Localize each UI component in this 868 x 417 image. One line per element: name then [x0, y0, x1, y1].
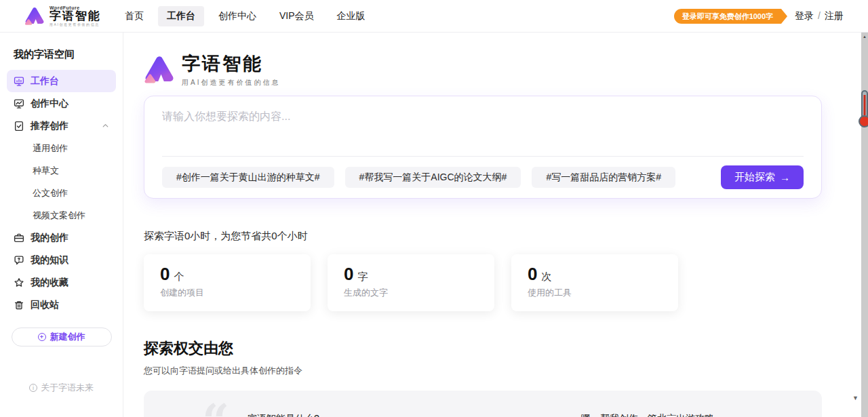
nav-item-home[interactable]: 首页: [116, 6, 153, 26]
hero-tagline: 用AI创造更有价值的信息: [182, 78, 280, 87]
sidebar-item-my-favorites[interactable]: 我的收藏: [7, 271, 116, 294]
brand-name: 字语智能: [50, 10, 101, 22]
stat-unit: 字: [357, 271, 368, 282]
sidebar-item-creation-center[interactable]: 创作中心: [7, 92, 116, 115]
about-link[interactable]: i 关于字语未来: [0, 382, 123, 394]
explore-section-subtitle: 您可以向字语提问或给出具体创作的指令: [144, 365, 863, 377]
stat-unit: 个: [174, 271, 184, 282]
sidebar-item-my-creations[interactable]: 我的创作: [7, 226, 116, 249]
sidebar-item-label: 创作中心: [31, 98, 68, 110]
sidebar-item-recycle-bin[interactable]: 回收站: [7, 294, 116, 316]
hero-logo: 字语智能 用AI创造更有价值的信息: [144, 52, 863, 87]
nav-item-vip[interactable]: VIP会员: [271, 6, 323, 26]
scroll-down-arrow-icon[interactable]: ▼: [852, 395, 859, 401]
sidebar-title: 我的字语空间: [14, 48, 123, 61]
hero-text: 字语智能 用AI创造更有价值的信息: [182, 52, 280, 87]
stat-card-words: 0字 生成的文字: [328, 254, 494, 311]
stat-card-projects: 0个 创建的项目: [144, 254, 311, 311]
page-scrollbar[interactable]: ▲: [861, 33, 868, 417]
stat-value: 0: [528, 264, 537, 284]
new-creation-label: 新建创作: [50, 331, 85, 343]
stat-value-line: 0字: [344, 264, 478, 285]
sidebar-subitem-general-creation[interactable]: 通用创作: [0, 137, 123, 159]
example-prompts-card: “ 字语智能是什么? 嘿，帮我创作一篇北京出游攻略: [144, 391, 822, 417]
stats-summary: 探索字语0小时，为您节省共0个小时: [144, 230, 863, 243]
start-explore-label: 开始探索: [734, 171, 775, 184]
scrollbar-thumb-thermometer-icon[interactable]: [858, 90, 868, 132]
stat-label: 生成的文字: [344, 287, 478, 299]
suggestion-tag-huangshan[interactable]: #创作一篇关于黄山出游的种草文#: [162, 167, 334, 188]
sidebar-item-label: 推荐创作: [31, 120, 68, 132]
navbar-right: 登录即可享免费创作1000字 登录 / 注册: [674, 9, 844, 24]
monitor-icon: [14, 76, 24, 87]
main-content: 字语智能 用AI创造更有价值的信息 #创作一篇关于黄山出游的种草文# #帮我写一…: [123, 33, 863, 417]
quote-mark-icon: “: [202, 400, 229, 417]
sidebar-item-label: 回收站: [31, 299, 59, 311]
new-creation-button[interactable]: + 新建创作: [12, 327, 112, 346]
nav-item-creation-center[interactable]: 创作中心: [210, 6, 265, 26]
suggestion-tag-aigc[interactable]: #帮我写一篇关于AIGC的论文大纲#: [345, 167, 521, 188]
login-promo-badge[interactable]: 登录即可享免费创作1000字: [674, 9, 781, 24]
sidebar-subitem-official-document[interactable]: 公文创作: [0, 182, 123, 204]
sidebar-subitem-video-copywriting[interactable]: 视频文案创作: [0, 204, 123, 226]
sidebar-item-workspace[interactable]: 工作台: [7, 70, 116, 92]
brand-text: WordFuture 字语智能 用AI创造更有价值的信息: [50, 5, 101, 26]
brand-tagline: 用AI创造更有价值的信息: [50, 23, 101, 26]
briefcase-icon: [14, 233, 24, 243]
trash-icon: [14, 300, 24, 311]
top-navbar: WordFuture 字语智能 用AI创造更有价值的信息 首页 工作台 创作中心…: [0, 0, 868, 33]
chevron-up-icon[interactable]: [102, 122, 109, 130]
search-input[interactable]: [162, 110, 804, 151]
sidebar-item-my-knowledge[interactable]: 我的知识: [7, 249, 116, 271]
nav-item-workspace[interactable]: 工作台: [158, 6, 204, 26]
suggestion-tag-dessert[interactable]: #写一篇甜品店的营销方案#: [532, 167, 675, 188]
main-nav: 首页 工作台 创作中心 VIP会员 企业版: [116, 6, 374, 26]
sidebar-item-label: 我的收藏: [31, 277, 68, 289]
plus-circle-icon: +: [38, 333, 46, 341]
stat-value: 0: [344, 264, 353, 284]
sidebar-subitem-seeding-article[interactable]: 种草文: [0, 159, 123, 182]
stat-label: 使用的工具: [528, 287, 662, 299]
register-link[interactable]: 注册: [825, 10, 844, 22]
stat-value: 0: [160, 264, 170, 284]
stat-value-line: 0个: [160, 264, 294, 285]
arrow-right-icon: →: [780, 172, 790, 183]
search-card: #创作一篇关于黄山出游的种草文# #帮我写一篇关于AIGC的论文大纲# #写一篇…: [144, 96, 822, 199]
stat-unit: 次: [541, 271, 551, 282]
explore-section-title: 探索权交由您: [144, 338, 863, 359]
brand-triangle-icon: [24, 6, 45, 26]
login-link[interactable]: 登录: [795, 10, 814, 22]
star-icon: [14, 277, 24, 288]
example-question-right: 嘿，帮我创作一篇北京出游攻略: [581, 413, 714, 417]
stat-card-row: 0个 创建的项目 0字 生成的文字 0次 使用的工具: [144, 254, 863, 311]
app-logo[interactable]: WordFuture 字语智能 用AI创造更有价值的信息: [24, 5, 101, 26]
example-question-left: 字语智能是什么?: [248, 413, 319, 417]
monitor-chart-icon: [14, 98, 24, 109]
sidebar-item-label: 我的知识: [31, 254, 68, 266]
sidebar: 我的字语空间 工作台 创作中心 推荐创作 通用创作 种草文 公文创作 视频文案创…: [0, 33, 123, 417]
stat-label: 创建的项目: [160, 287, 294, 299]
hero-triangle-icon: [144, 54, 175, 85]
start-explore-button[interactable]: 开始探索 →: [721, 165, 804, 189]
nav-item-enterprise[interactable]: 企业版: [328, 6, 374, 26]
auth-links: 登录 / 注册: [795, 10, 844, 22]
sidebar-item-label: 我的创作: [31, 232, 68, 244]
about-label: 关于字语未来: [41, 382, 94, 394]
sidebar-item-recommended-creation[interactable]: 推荐创作: [7, 115, 116, 137]
auth-divider: /: [818, 10, 821, 22]
info-circle-icon: i: [29, 384, 37, 392]
sidebar-item-label: 工作台: [31, 75, 59, 87]
stat-value-line: 0次: [528, 264, 662, 285]
hero-name: 字语智能: [182, 52, 280, 76]
chat-question-icon: [14, 255, 24, 266]
suggestion-tag-row: #创作一篇关于黄山出游的种草文# #帮我写一篇关于AIGC的论文大纲# #写一篇…: [162, 165, 804, 189]
scrollbar-up-arrow-icon[interactable]: ▲: [861, 35, 868, 39]
stat-card-tools: 0次 使用的工具: [511, 254, 678, 311]
document-check-icon: [14, 121, 24, 132]
search-divider: [162, 156, 804, 157]
